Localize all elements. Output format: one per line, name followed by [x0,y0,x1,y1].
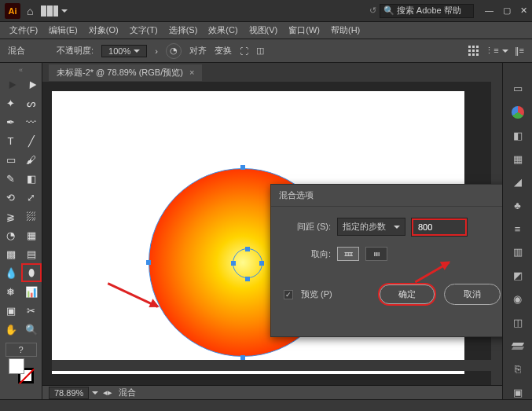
mesh-tool[interactable]: ▩ [2,245,20,262]
gradient-panel-icon[interactable]: ▥ [510,245,526,259]
artboard-tool[interactable]: ▣ [2,302,20,319]
curvature-tool[interactable]: 〰 [22,113,41,130]
direct-selection-tool[interactable] [22,75,41,93]
fill-swatch[interactable] [9,358,24,374]
eraser-tool[interactable]: ◧ [22,170,41,187]
preview-checkbox[interactable]: ✓ [284,290,293,299]
color-panel-icon[interactable] [510,105,526,119]
panel-dock: ▭ ◧ ▦ ◢ ♣ ≡ ▥ ◩ ◉ ◫ ⎘ ▣ [502,63,532,399]
spacing-type-select[interactable]: 指定的步数 [337,218,405,236]
search-placeholder: 搜索 Adobe 帮助 [397,5,461,17]
line-tool[interactable]: ╱ [22,132,41,149]
brushes-panel-icon[interactable]: ◢ [510,175,526,189]
menu-object[interactable]: 对象(O) [84,23,123,38]
search-input[interactable]: 🔍 搜索 Adobe 帮助 [380,4,474,18]
tab-close-icon[interactable]: × [189,68,194,77]
swatches-panel-icon[interactable]: ▦ [510,152,526,166]
document-tabs: 未标题-2* @ 78.89% (RGB/预览) × [42,63,502,82]
blend-tool[interactable]: ⬮ [22,264,41,281]
canvas-area[interactable]: 混合选项 间距 (S): 指定的步数 800 取向: ɪɪɪɪɪ ııııı [42,82,502,385]
color-guide-panel-icon[interactable]: ◧ [510,128,526,142]
home-icon[interactable]: ⌂ [27,5,33,17]
magic-wand-tool[interactable]: ✦ [2,94,20,112]
paintbrush-tool[interactable]: 🖌 [22,151,41,168]
spacing-label: 间距 (S): [284,221,331,233]
layout-switcher[interactable] [41,6,58,17]
scrollbar-horizontal[interactable] [52,360,501,371]
menu-effect[interactable]: 效果(C) [204,23,242,38]
rectangle-tool[interactable]: ▭ [2,151,20,168]
symbols-panel-icon[interactable]: ♣ [510,199,526,213]
chevron-down-icon[interactable] [61,9,68,13]
eyedropper-tool[interactable]: 💧 [2,264,20,281]
chevron-down-icon[interactable] [92,391,98,394]
asset-export-panel-icon[interactable]: ⎘ [510,362,526,376]
gradient-tool[interactable]: ▤ [22,245,41,262]
artboards-panel-icon[interactable]: ▣ [510,385,526,399]
zoom-tool[interactable]: 🔍 [22,321,41,338]
anchor-point[interactable] [240,165,245,170]
menu-view[interactable]: 视图(V) [244,23,283,38]
spacing-type-value: 指定的步数 [343,221,386,233]
perspective-tool[interactable]: ▦ [22,226,41,244]
shape-builder-tool[interactable]: ◔ [2,226,20,244]
app-logo: Ai [5,3,20,19]
symbol-sprayer-tool[interactable]: ❅ [2,283,20,300]
column-graph-tool[interactable]: 📊 [22,283,41,300]
edit-toolbar[interactable]: ? [6,343,37,357]
pen-tool[interactable]: ✒ [2,113,20,130]
free-transform-tool[interactable]: ⛆ [22,207,41,225]
graphic-styles-panel-icon[interactable]: ◫ [510,315,526,329]
orientation-align-page[interactable]: ɪɪɪɪɪ [337,247,359,261]
maximize-button[interactable]: ▢ [503,6,511,16]
ok-button[interactable]: 确定 [378,283,436,306]
title-bar: Ai ⌂ ↺ 🔍 搜索 Adobe 帮助 — ▢ ✕ [0,0,532,22]
minimize-button[interactable]: — [485,6,493,16]
lasso-tool[interactable]: ᔕ [22,94,41,112]
orientation-align-path[interactable]: ııııı [365,247,387,261]
close-button[interactable]: ✕ [520,6,527,16]
shaper-tool[interactable]: ✎ [2,170,20,187]
toolbox: « ✦ ᔕ ✒ 〰 T ╱ ▭ 🖌 ✎ ◧ ⟲ ⤢ ⫺ ⛆ ◔ ▦ ▩ ▤ 💧 … [0,63,42,399]
inner-circle[interactable] [233,248,262,278]
grid-view-icon[interactable] [468,46,479,56]
appearance-panel-icon[interactable]: ◉ [510,292,526,306]
type-tool[interactable]: T [2,132,20,149]
flyout-menu-icon[interactable]: ‖≡ [515,46,524,56]
menu-select[interactable]: 选择(S) [164,23,203,38]
menu-window[interactable]: 窗口(W) [284,23,325,38]
anchor-point[interactable] [146,260,151,265]
isolate-icon[interactable]: ⛶ [240,46,248,56]
rotate-tool[interactable]: ⟲ [2,189,20,206]
style-button[interactable]: ◔ [166,43,182,59]
align-link[interactable]: 对齐 [189,45,207,57]
fill-stroke-swatch[interactable] [9,358,34,383]
blend-options-dialog: 混合选项 间距 (S): 指定的步数 800 取向: ɪɪɪɪɪ ııııı [270,184,502,337]
panel-menu-icon[interactable]: ⋮≡ [485,46,508,56]
document-tab[interactable]: 未标题-2* @ 78.89% (RGB/预览) × [49,64,202,81]
transparency-panel-icon[interactable]: ◩ [510,269,526,283]
opacity-value: 100% [108,46,130,56]
menu-file[interactable]: 文件(F) [5,23,42,38]
menu-edit[interactable]: 编辑(E) [44,23,83,38]
flyout-icon[interactable]: › [155,46,158,56]
layers-panel-icon[interactable] [510,339,526,353]
reset-icon[interactable]: ↺ [369,6,376,16]
options-bar: 混合 不透明度: 100% › ◔ 对齐 变换 ⛶ ◫ ⋮≡ ‖≡ [0,39,532,63]
hand-tool[interactable]: ✋ [2,321,20,338]
menu-help[interactable]: 帮助(H) [326,23,365,38]
transform-link[interactable]: 变换 [215,45,232,57]
scale-tool[interactable]: ⤢ [22,189,41,206]
menu-type[interactable]: 文字(T) [125,23,163,38]
width-tool[interactable]: ⫺ [2,207,20,225]
zoom-level[interactable]: 78.89% [49,387,89,399]
properties-panel-icon[interactable]: ▭ [510,82,526,96]
cancel-button[interactable]: 取消 [444,284,501,305]
orientation-label: 取向: [284,248,331,260]
spacing-value-input[interactable]: 800 [412,218,467,236]
slice-tool[interactable]: ✂ [22,302,41,319]
stroke-panel-icon[interactable]: ≡ [510,222,526,236]
selection-tool[interactable] [2,75,20,93]
opacity-input[interactable]: 100% [101,45,147,57]
crop-icon[interactable]: ◫ [256,46,264,56]
